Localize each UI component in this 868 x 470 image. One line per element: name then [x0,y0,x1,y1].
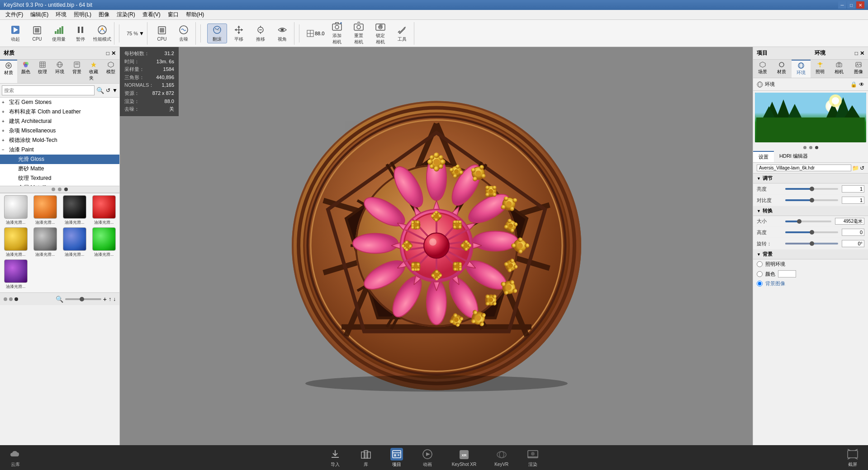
height-slider[interactable] [785,231,838,233]
brightness-slider[interactable] [785,188,838,190]
toolbar-btn-start[interactable]: 动起 [5,24,25,43]
right-tab-material[interactable]: 材质 [772,60,791,78]
search-filter-btn[interactable]: ▼ [112,87,118,94]
nav-dot-1[interactable] [4,297,7,301]
toolbar-btn-reset-camera[interactable]: 重置相机 [349,24,369,43]
nav-dot-2[interactable] [9,297,13,301]
bg-image-radio[interactable] [757,281,763,287]
tree-gem-stones[interactable]: + 宝石 Gem Stones [0,98,119,107]
swatch-white-gloss[interactable]: 油漆光滑... [2,195,29,226]
maximize-button[interactable]: □ [847,1,855,9]
panel-expand-icon[interactable]: □ [106,50,109,56]
tree-paint-textured[interactable]: 纹理 Textured [0,174,119,183]
right-panel-close[interactable]: ✕ [860,50,864,56]
dot-2[interactable] [58,188,62,191]
brightness-value[interactable] [842,185,864,193]
toolbar-btn-cpu2[interactable]: CPU [152,24,172,43]
tree-mold-tech[interactable]: + 模德涂纹 Mold-Tech [0,136,119,145]
menu-image[interactable]: 图像 [95,10,113,19]
size-slider[interactable] [785,221,831,222]
contrast-slider[interactable] [785,199,838,201]
bg-lighting-radio[interactable] [757,261,763,267]
toolbar-btn-push[interactable]: 推移 [251,24,270,43]
tab-model[interactable]: 模型 [102,60,119,83]
search-btn[interactable]: 🔍 [96,87,104,94]
zoom-reset-icon[interactable]: ↑ [109,296,111,302]
env-dot-3[interactable] [815,146,818,149]
tab-materials[interactable]: 材质 [0,60,17,83]
tab-favorites[interactable]: 收藏夹 [85,60,103,83]
toolbar-btn-tools[interactable]: 工具 [392,24,412,43]
env-lock-icon[interactable]: 🔒 [850,81,857,88]
hdri-folder-icon[interactable]: 📁 [852,165,859,171]
tree-paint-gloss[interactable]: 光滑 Gloss [0,155,119,164]
swatch-purple-gloss[interactable]: 油漆光滑... [2,259,29,290]
swatch-orange-gloss[interactable]: 油漆光滑... [31,195,59,226]
nav-dot-3[interactable] [14,297,18,301]
tree-cloth-leather[interactable]: + 布料和皮革 Cloth and Leather [0,107,119,117]
tree-miscellaneous[interactable]: + 杂项 Miscellaneous [0,126,119,136]
toolbar-btn-pause[interactable]: 暂停 [71,24,90,43]
toolbar-btn-view[interactable]: 视角 [272,24,292,43]
rotation-slider[interactable] [785,243,838,244]
tab-background[interactable]: 背景 [68,60,85,83]
taskbar-keyshotxr[interactable]: XR KeyShot XR [452,448,476,467]
menu-edit[interactable]: 编辑(E) [27,10,52,19]
search-clear-btn[interactable]: ↺ [106,87,110,94]
toolbar-btn-add-camera[interactable]: 添加相机 [327,24,347,43]
toolbar-btn-lock-camera[interactable]: 锁定相机 [370,24,390,43]
menu-lighting[interactable]: 照明(L) [70,10,95,19]
toolbar-btn-pan[interactable]: 平移 [229,24,249,43]
taskbar-import[interactable]: 导入 [329,448,342,468]
search-input[interactable] [2,85,95,95]
swatch-red-gloss[interactable]: 油漆光滑... [90,195,118,226]
menu-file[interactable]: 文件(F) [2,10,27,19]
right-panel-expand[interactable]: □ [855,50,858,56]
swatch-blue-gloss[interactable]: 油漆光滑... [61,227,88,258]
tab-color[interactable]: 颜色 [17,60,34,83]
menu-env[interactable]: 环境 [52,10,70,19]
swatch-green-gloss[interactable]: 油漆光滑... [90,227,118,258]
taskbar-render[interactable]: 渲染 [526,448,539,468]
toolbar-btn-denoise[interactable]: 去噪 [174,24,194,43]
right-tab-scene[interactable]: 场景 [753,60,772,78]
swatch-black-gloss[interactable]: 油漆光滑... [61,195,88,226]
tree-paint[interactable]: − 油漆 Paint [0,145,119,155]
toolbar-btn-usage[interactable]: 使用量 [49,24,69,43]
taskbar-project[interactable]: 项目 [390,448,403,468]
tree-architectural[interactable]: + 建筑 Architectural [0,117,119,126]
bg-color-radio[interactable] [757,271,763,277]
env-visibility-icon[interactable]: 👁 [859,81,864,88]
right-tab-lighting[interactable]: 照明 [811,60,830,78]
swatch-gray-gloss[interactable]: 油漆光滑... [31,227,59,258]
menu-view[interactable]: 查看(V) [139,10,164,19]
toolbar-btn-cpu[interactable]: CPU [27,24,47,43]
hdri-refresh-icon[interactable]: ↺ [860,165,864,171]
taskbar-library[interactable]: 库 [360,448,372,468]
rotation-value[interactable] [842,240,864,247]
zoom-fit-icon[interactable]: ↓ [113,296,116,302]
height-value[interactable] [842,229,864,236]
zoom-dropdown-icon[interactable]: ▼ [139,30,144,37]
right-tab-image[interactable]: 图像 [849,60,868,78]
dot-1[interactable] [52,188,55,191]
zoom-out-icon[interactable]: 🔍 [56,296,63,303]
right-tab-camera[interactable]: 相机 [830,60,849,78]
menu-render[interactable]: 渲染(R) [113,10,139,19]
section-transform[interactable]: ▼ 转换 [753,206,868,216]
right-tab-environment[interactable]: 环境 [792,60,811,78]
minimize-button[interactable]: ─ [838,1,846,9]
settings-tab-settings[interactable]: 设置 [753,151,774,162]
taskbar-animation[interactable]: 动画 [421,448,434,468]
bg-color-swatch[interactable] [778,270,796,277]
taskbar-keyvr[interactable]: KeyVR [494,448,508,467]
taskbar-screenshot[interactable]: 截屏 [846,448,859,468]
viewport[interactable]: 每秒帧数： 31.2 时间： 13m. 6s 采样量： 1584 三角形： 44… [120,47,753,445]
tree-paint-matte[interactable]: 磨砂 Matte [0,164,119,174]
contrast-value[interactable] [842,197,864,204]
toolbar-btn-perf[interactable]: 性能模式 [92,24,112,43]
close-button[interactable]: ✕ [856,1,864,9]
section-adjust[interactable]: ▼ 调节 [753,174,868,183]
taskbar-cloud[interactable]: 云库 [9,448,22,468]
size-value[interactable] [835,218,864,225]
